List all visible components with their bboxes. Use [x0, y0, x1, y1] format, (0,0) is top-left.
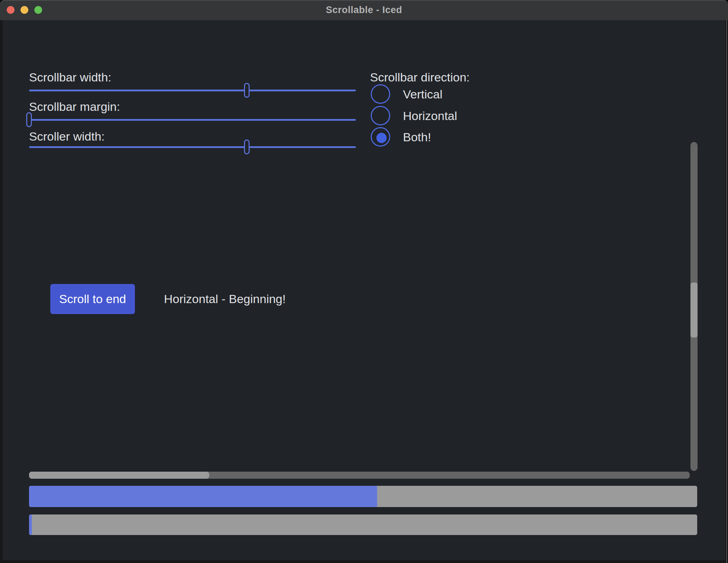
radio-horizontal-label: Horizontal: [403, 108, 457, 124]
window-right-edge: [726, 20, 727, 563]
scrollbar-width-slider-handle[interactable]: [244, 83, 250, 98]
radio-circle-icon[interactable]: [371, 127, 390, 147]
horizontal-offset-progress-bar: [29, 514, 697, 535]
scroller-width-slider-handle[interactable]: [244, 140, 250, 154]
scrollbar-margin-slider[interactable]: [29, 119, 356, 121]
window-title: Scrollable - Iced: [0, 0, 728, 20]
scrollbar-margin-slider-handle[interactable]: [26, 112, 32, 127]
vertical-scrollbar-thumb[interactable]: [690, 283, 698, 337]
screenshot-stage: Scrollable - Iced Scrollbar width: Scrol…: [0, 0, 728, 563]
scrollbar-margin-label: Scrollbar margin:: [29, 99, 120, 114]
app-window: Scrollable - Iced Scrollbar width: Scrol…: [0, 0, 728, 563]
radio-dot-icon: [376, 133, 387, 143]
scroller-width-label: Scroller width:: [29, 129, 105, 144]
scrollbar-direction-label: Scrollbar direction:: [370, 69, 470, 85]
vertical-offset-progress-bar: [29, 486, 697, 507]
scrollbar-width-slider[interactable]: [29, 90, 356, 91]
horizontal-scrollbar-track[interactable]: [29, 472, 690, 479]
radio-circle-icon[interactable]: [371, 84, 390, 104]
window-content: Scrollbar width: Scrollbar margin: Scrol…: [3, 20, 725, 560]
radio-vertical-label: Vertical: [403, 86, 443, 102]
scrollbar-width-label: Scrollbar width:: [29, 69, 111, 85]
progress-fill: [29, 514, 32, 535]
scroller-width-slider[interactable]: [29, 146, 356, 148]
scroll-to-end-button[interactable]: Scroll to end: [50, 284, 135, 314]
radio-circle-icon[interactable]: [371, 106, 390, 125]
title-bar[interactable]: Scrollable - Iced: [0, 0, 728, 20]
vertical-scrollbar-track[interactable]: [690, 142, 698, 471]
progress-fill: [29, 486, 377, 507]
scroll-status-text: Horizontal - Beginning!: [164, 291, 286, 307]
radio-both-label: Both!: [403, 129, 431, 145]
horizontal-scrollbar-thumb[interactable]: [29, 472, 209, 479]
